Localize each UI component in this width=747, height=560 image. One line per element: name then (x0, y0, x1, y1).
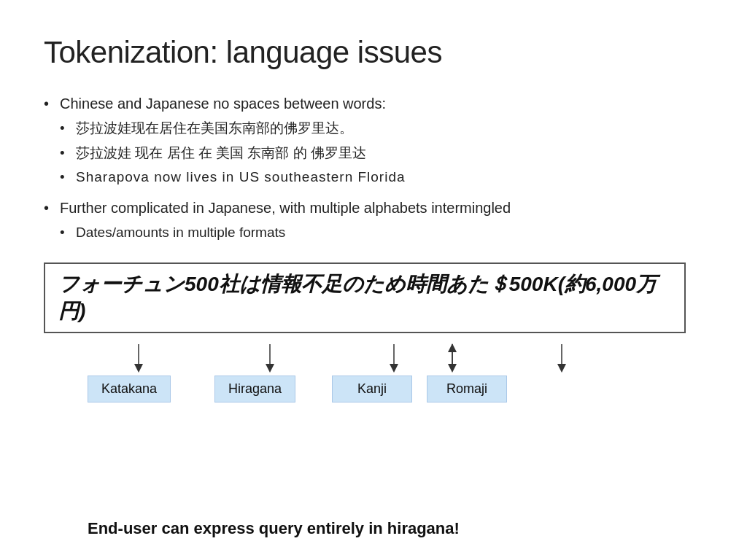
japanese-section: フォーチュン500社は情報不足のため時間あた＄500K(約6,000万円) (44, 262, 703, 402)
bullet-text-1: Chinese and Japanese no spaces between w… (60, 96, 386, 112)
japanese-main-text: フォーチュン500社は情報不足のため時間あた＄500K(約6,000万円) (44, 262, 686, 333)
label-hiragana: Hiragana (214, 376, 295, 402)
sub-bullet-sharapova: Sharapova now lives in US southeastern F… (60, 167, 703, 187)
content-area: Chinese and Japanese no spaces between w… (44, 93, 703, 502)
sub-bullet-list-2: Dates/amounts in multiple formats (60, 222, 703, 243)
footer-text: End-user can express query entirely in h… (44, 519, 703, 538)
bullet-japanese-complex: Further complicated in Japanese, with mu… (44, 198, 703, 243)
chinese-text-1: 莎拉波娃现在居住在美国东南部的佛罗里达。 (76, 120, 353, 136)
label-katakana: Katakana (88, 376, 171, 402)
main-bullet-list: Chinese and Japanese no spaces between w… (44, 93, 703, 242)
dates-text: Dates/amounts in multiple formats (76, 225, 285, 240)
arrows-row (44, 341, 686, 376)
sub-bullet-chinese-2: 莎拉波娃 现在 居住 在 美国 东南部 的 佛罗里达 (60, 143, 703, 163)
slide-title: Tokenization: language issues (44, 35, 703, 70)
sub-bullet-dates: Dates/amounts in multiple formats (60, 222, 703, 243)
labels-row: Katakana Hiragana Kanji Romaji (44, 376, 686, 402)
sub-bullet-list-1: 莎拉波娃现在居住在美国东南部的佛罗里达。 莎拉波娃 现在 居住 在 美国 东南部… (60, 118, 703, 187)
sub-bullet-chinese-1: 莎拉波娃现在居住在美国东南部的佛罗里达。 (60, 118, 703, 139)
label-kanji: Kanji (332, 376, 412, 402)
chinese-text-2: 莎拉波娃 现在 居住 在 美国 东南部 的 佛罗里达 (76, 145, 366, 160)
label-romaji: Romaji (427, 376, 507, 402)
bullet-text-2: Further complicated in Japanese, with mu… (60, 200, 511, 216)
bullet-chinese-japanese: Chinese and Japanese no spaces between w… (44, 93, 703, 187)
japanese-box-container: フォーチュン500社は情報不足のため時間あた＄500K(約6,000万円) (44, 262, 686, 333)
sharapova-text: Sharapova now lives in US southeastern F… (76, 169, 406, 184)
arrows-svg (44, 341, 686, 376)
